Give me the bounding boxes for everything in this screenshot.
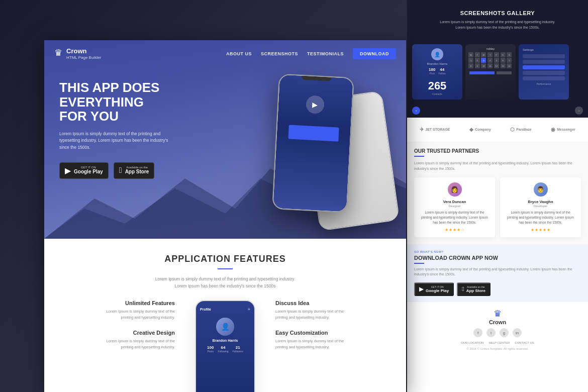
screenshot-1[interactable]: 👤 Brandon Harris 180 Post 44 Follow 265 …	[412, 44, 462, 100]
fp-avatar: 👤	[216, 318, 234, 336]
partners-logos: ✈ JET STORAGE ◆ Company ⬡ Parallaze ◉ Me…	[412, 123, 583, 136]
footer-link-location[interactable]: OUR LOCATION	[461, 341, 483, 344]
google-play-text: GET IT ON Google Play	[74, 166, 103, 175]
fp-stat-1: 100 Posts	[207, 345, 214, 353]
partner-1-icon: ✈	[420, 127, 424, 132]
nav-screenshots[interactable]: SCREENSHOTS	[261, 51, 298, 56]
gallery-dot-next[interactable]: ›	[575, 107, 583, 115]
right-panel: SCREENSHOTS GALLERY Lorem Ipsum is simpl…	[407, 0, 588, 392]
features-left: Unlimited Features Lorem Ipsum is simply…	[54, 300, 175, 392]
footer-link-contact[interactable]: CONTACT US	[515, 341, 534, 344]
hero-description: Lorem Ipsum is simply dummy text of the …	[59, 131, 170, 151]
screenshot-3-content: Settings Performance	[519, 44, 569, 89]
feature-creative-title: Creative Design	[133, 330, 175, 336]
partner-4-name: Messenger	[557, 128, 575, 131]
features-phone-screen: Profile ≡ 👤 Brandon Harris 100 Posts 64	[196, 301, 254, 392]
dl-app-store[interactable]:  Available on the App Store	[457, 282, 491, 297]
features-right: Discuss Idea Lorem Ipsum is simply dummy…	[275, 300, 396, 392]
screenshot-3[interactable]: Settings Performance	[519, 44, 569, 100]
footer-copyright: © 2016 © Crown Template. All rights rese…	[466, 347, 528, 350]
sct-big-num: 265	[415, 79, 459, 92]
tc-avatar-1: 👩	[448, 182, 462, 197]
social-twitter[interactable]: t	[486, 328, 496, 337]
phone-screen: ▶	[273, 74, 353, 212]
gallery-nav: ‹ ›	[407, 104, 588, 118]
partner-3-name: Parallaze	[516, 128, 531, 131]
logo-subtitle: HTML Page Builder	[66, 55, 102, 60]
fp-name: Brandon Harris	[213, 339, 238, 342]
gallery-dot-prev[interactable]: ‹	[412, 107, 420, 115]
fp-stats: 100 Posts 64 Following 21 Followers	[203, 343, 247, 355]
fp-header: Profile ≡	[196, 301, 254, 315]
features-desc: Lorem Ipsum is simply dummy text of the …	[135, 275, 316, 290]
feature-unlimited: Unlimited Features Lorem Ipsum is simply…	[54, 300, 175, 321]
download-section: So What's New? DOWNLOAD CROWN APP NOW Lo…	[407, 244, 588, 303]
tc-role-2: Developer	[505, 205, 576, 208]
feature-unlimited-title: Unlimited Features	[125, 300, 175, 306]
nav-testimonials[interactable]: TESTIMONIALS	[307, 51, 344, 56]
screenshots-gallery: 👤 Brandon Harris 180 Post 44 Follow 265 …	[407, 40, 588, 104]
tc-stars-2: ★★★★★	[505, 228, 576, 232]
calendar-grid: M T W T F S S 1 2 3 4 5 6 7 8 9 10	[468, 52, 513, 68]
nav-links: ABOUT US SCREENSHOTS TESTIMONIALS DOWNLO…	[226, 48, 396, 57]
partner-2-name: Company	[475, 128, 491, 131]
tc-name-2: Bryce Vaughn	[505, 200, 576, 204]
partner-2: ◆ Company	[469, 127, 491, 132]
footer-links: OUR LOCATION HELP CENTER CONTACT US	[461, 341, 534, 344]
dl-divider	[414, 263, 424, 264]
feature-custom-title: Easy Customization	[275, 330, 328, 336]
android-icon: ▶	[65, 166, 71, 175]
nav-download[interactable]: DOWNLOAD	[353, 48, 396, 59]
social-facebook[interactable]: f	[473, 328, 482, 337]
feature-creative: Creative Design Lorem Ipsum is simply du…	[54, 330, 175, 350]
navigation: ♛ Crown HTML Page Builder ABOUT US SCREE…	[44, 40, 406, 65]
feature-creative-desc: Lorem Ipsum is simply dummy text of the …	[94, 338, 175, 350]
dl-apple-text: Available on the App Store	[466, 285, 485, 293]
testimonial-1: 👩 Vera Duncan Designer Lorem Ipsum is si…	[414, 177, 495, 237]
logo-name: Crown	[66, 47, 86, 55]
features-title: APPLICATION FEATURES	[54, 254, 396, 264]
tc-name-1: Vera Duncan	[419, 200, 490, 204]
phone-play-btn: ▶	[306, 95, 325, 114]
testimonial-2: 👨 Bryce Vaughn Developer Lorem Ipsum is …	[500, 177, 581, 237]
app-store-button[interactable]:  Available on the App Store	[114, 162, 155, 179]
features-section: APPLICATION FEATURES Lorem Ipsum is simp…	[44, 239, 406, 392]
hero-phone-mockups: ▶	[255, 60, 396, 231]
feature-custom: Easy Customization Lorem Ipsum is simply…	[275, 330, 396, 350]
partner-4-icon: ◉	[551, 127, 555, 132]
feature-discuss: Discuss Idea Lorem Ipsum is simply dummy…	[275, 300, 396, 321]
google-play-button[interactable]: ▶ GET IT ON Google Play	[59, 162, 109, 179]
trusted-divider	[414, 156, 424, 157]
feature-custom-desc: Lorem Ipsum is simply dummy text of the …	[275, 338, 356, 350]
social-google[interactable]: g	[500, 328, 509, 337]
dl-google-play[interactable]: ▶ GET IT ON Google Play	[414, 282, 454, 297]
trusted-desc: Lorem Ipsum is simply dummy text of the …	[414, 161, 581, 171]
tc-stars-1: ★★★★☆	[419, 228, 490, 232]
footer-logo-name: Crown	[489, 319, 506, 325]
partners-section: ✈ JET STORAGE ◆ Company ⬡ Parallaze ◉ Me…	[407, 118, 588, 141]
partner-3: ⬡ Parallaze	[510, 127, 531, 132]
gallery-title: SCREENSHOTS GALLERY	[416, 10, 579, 16]
trusted-title: OUR TRUSTED PARTNERS	[414, 148, 581, 154]
partner-4: ◉ Messenger	[551, 127, 575, 132]
partner-1-name: JET STORAGE	[425, 128, 450, 131]
partner-3-icon: ⬡	[510, 127, 515, 132]
partner-2-icon: ◆	[469, 127, 473, 132]
dl-pre-title: So What's New?	[414, 250, 581, 253]
fp-stat-3: 21 Followers	[233, 345, 243, 353]
features-divider	[218, 268, 233, 269]
partner-1: ✈ JET STORAGE	[420, 127, 450, 132]
feature-discuss-desc: Lorem Ipsum is simply dummy text of the …	[275, 309, 356, 321]
fp-stat-2: 64 Following	[218, 345, 228, 353]
nav-about[interactable]: ABOUT US	[226, 51, 252, 56]
footer-social: f t g in	[473, 328, 522, 337]
screenshot-2[interactable]: ndday M T W T F S S 1 2 3 4 5 6 7 8	[465, 44, 516, 100]
apple-icon: 	[119, 166, 122, 175]
hero-content: THIS APP DOES EVERYTHING FOR YOU Lorem I…	[59, 80, 170, 179]
footer-link-help[interactable]: HELP CENTER	[488, 341, 510, 344]
dl-buttons: ▶ GET IT ON Google Play  Available on t…	[414, 282, 581, 297]
social-linkedin[interactable]: in	[513, 328, 522, 337]
gallery-desc: Lorem Ipsum is simply dummy text of the …	[416, 19, 579, 30]
footer-crown-icon: ♛	[494, 308, 502, 319]
footer-logo: ♛ Crown	[489, 308, 506, 325]
